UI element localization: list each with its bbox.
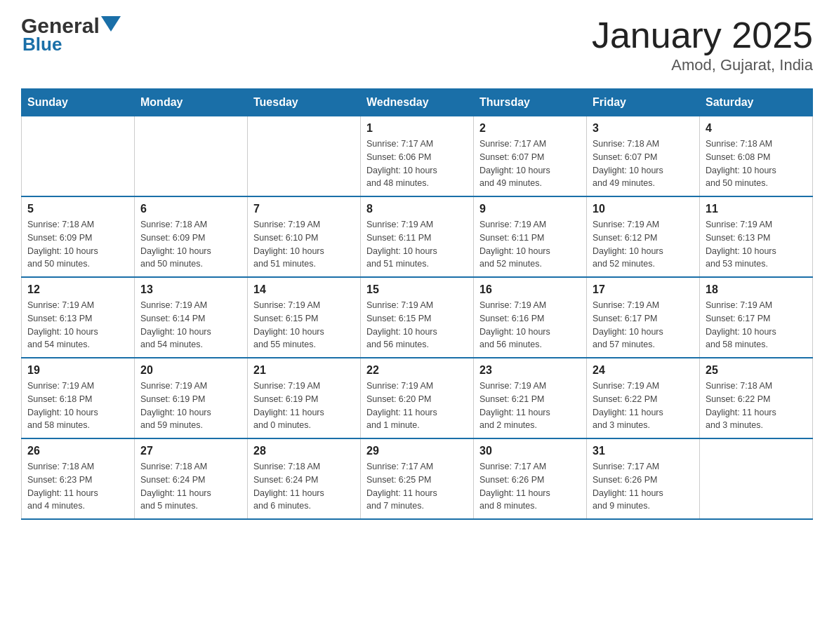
logo-triangle-icon — [101, 16, 121, 36]
day-number: 11 — [706, 203, 807, 215]
calendar-week-row: 1Sunrise: 7:17 AM Sunset: 6:06 PM Daylig… — [22, 116, 813, 197]
table-row: 21Sunrise: 7:19 AM Sunset: 6:19 PM Dayli… — [248, 358, 361, 438]
day-number: 5 — [27, 203, 128, 215]
day-info: Sunrise: 7:18 AM Sunset: 6:08 PM Dayligh… — [706, 137, 807, 190]
table-row: 10Sunrise: 7:19 AM Sunset: 6:12 PM Dayli… — [587, 196, 700, 277]
day-info: Sunrise: 7:17 AM Sunset: 6:25 PM Dayligh… — [366, 460, 468, 513]
day-number: 9 — [479, 203, 581, 215]
header-friday: Friday — [587, 89, 700, 116]
table-row: 7Sunrise: 7:19 AM Sunset: 6:10 PM Daylig… — [248, 196, 361, 277]
table-row: 22Sunrise: 7:19 AM Sunset: 6:20 PM Dayli… — [361, 358, 474, 438]
day-info: Sunrise: 7:19 AM Sunset: 6:17 PM Dayligh… — [593, 299, 694, 351]
day-info: Sunrise: 7:19 AM Sunset: 6:13 PM Dayligh… — [27, 299, 128, 351]
day-info: Sunrise: 7:17 AM Sunset: 6:26 PM Dayligh… — [593, 460, 694, 513]
day-number: 7 — [253, 203, 355, 215]
day-info: Sunrise: 7:18 AM Sunset: 6:24 PM Dayligh… — [140, 460, 241, 513]
table-row: 16Sunrise: 7:19 AM Sunset: 6:16 PM Dayli… — [474, 277, 587, 358]
day-info: Sunrise: 7:19 AM Sunset: 6:19 PM Dayligh… — [140, 380, 241, 432]
day-number: 23 — [479, 364, 581, 377]
day-info: Sunrise: 7:17 AM Sunset: 6:06 PM Dayligh… — [366, 137, 468, 190]
table-row: 12Sunrise: 7:19 AM Sunset: 6:13 PM Dayli… — [22, 277, 135, 358]
table-row: 18Sunrise: 7:19 AM Sunset: 6:17 PM Dayli… — [700, 277, 813, 358]
day-number: 6 — [140, 203, 241, 215]
day-number: 20 — [140, 364, 241, 377]
table-row: 31Sunrise: 7:17 AM Sunset: 6:26 PM Dayli… — [587, 438, 700, 519]
table-row: 29Sunrise: 7:17 AM Sunset: 6:25 PM Dayli… — [361, 438, 474, 519]
day-info: Sunrise: 7:19 AM Sunset: 6:13 PM Dayligh… — [706, 218, 807, 271]
logo: General Blue — [21, 14, 121, 55]
day-info: Sunrise: 7:19 AM Sunset: 6:11 PM Dayligh… — [366, 218, 468, 271]
day-info: Sunrise: 7:17 AM Sunset: 6:07 PM Dayligh… — [479, 137, 581, 190]
day-number: 17 — [593, 283, 694, 296]
table-row: 8Sunrise: 7:19 AM Sunset: 6:11 PM Daylig… — [361, 196, 474, 277]
day-number: 8 — [366, 203, 468, 215]
day-number: 3 — [593, 122, 694, 135]
day-number: 1 — [366, 122, 468, 135]
day-info: Sunrise: 7:17 AM Sunset: 6:26 PM Dayligh… — [479, 460, 581, 513]
table-row: 24Sunrise: 7:19 AM Sunset: 6:22 PM Dayli… — [587, 358, 700, 438]
calendar-week-row: 12Sunrise: 7:19 AM Sunset: 6:13 PM Dayli… — [22, 277, 813, 358]
table-row: 1Sunrise: 7:17 AM Sunset: 6:06 PM Daylig… — [361, 116, 474, 197]
table-row: 5Sunrise: 7:18 AM Sunset: 6:09 PM Daylig… — [22, 196, 135, 277]
table-row: 4Sunrise: 7:18 AM Sunset: 6:08 PM Daylig… — [700, 116, 813, 197]
day-number: 12 — [27, 283, 128, 296]
table-row: 6Sunrise: 7:18 AM Sunset: 6:09 PM Daylig… — [135, 196, 248, 277]
table-row: 28Sunrise: 7:18 AM Sunset: 6:24 PM Dayli… — [248, 438, 361, 519]
table-row: 13Sunrise: 7:19 AM Sunset: 6:14 PM Dayli… — [135, 277, 248, 358]
table-row: 30Sunrise: 7:17 AM Sunset: 6:26 PM Dayli… — [474, 438, 587, 519]
page-header: General Blue January 2025 Amod, Gujarat,… — [21, 14, 813, 74]
table-row: 2Sunrise: 7:17 AM Sunset: 6:07 PM Daylig… — [474, 116, 587, 197]
day-number: 30 — [479, 445, 581, 457]
header-saturday: Saturday — [700, 89, 813, 116]
table-row: 14Sunrise: 7:19 AM Sunset: 6:15 PM Dayli… — [248, 277, 361, 358]
calendar-table: Sunday Monday Tuesday Wednesday Thursday… — [21, 88, 813, 520]
day-info: Sunrise: 7:19 AM Sunset: 6:19 PM Dayligh… — [253, 380, 355, 432]
day-number: 2 — [479, 122, 581, 135]
table-row: 15Sunrise: 7:19 AM Sunset: 6:15 PM Dayli… — [361, 277, 474, 358]
day-info: Sunrise: 7:19 AM Sunset: 6:10 PM Dayligh… — [253, 218, 355, 271]
table-row: 25Sunrise: 7:18 AM Sunset: 6:22 PM Dayli… — [700, 358, 813, 438]
day-number: 31 — [593, 445, 694, 457]
page-subtitle: Amod, Gujarat, India — [592, 56, 813, 74]
day-info: Sunrise: 7:18 AM Sunset: 6:07 PM Dayligh… — [593, 137, 694, 190]
table-row: 11Sunrise: 7:19 AM Sunset: 6:13 PM Dayli… — [700, 196, 813, 277]
day-info: Sunrise: 7:18 AM Sunset: 6:22 PM Dayligh… — [706, 380, 807, 432]
day-number: 15 — [366, 283, 468, 296]
day-number: 27 — [140, 445, 241, 457]
day-info: Sunrise: 7:18 AM Sunset: 6:23 PM Dayligh… — [27, 460, 128, 513]
day-number: 19 — [27, 364, 128, 377]
day-number: 28 — [253, 445, 355, 457]
logo-blue: Blue — [22, 34, 62, 55]
day-info: Sunrise: 7:19 AM Sunset: 6:15 PM Dayligh… — [253, 299, 355, 351]
calendar-header-row: Sunday Monday Tuesday Wednesday Thursday… — [22, 89, 813, 116]
day-info: Sunrise: 7:19 AM Sunset: 6:11 PM Dayligh… — [479, 218, 581, 271]
day-number: 22 — [366, 364, 468, 377]
day-info: Sunrise: 7:18 AM Sunset: 6:09 PM Dayligh… — [140, 218, 241, 271]
day-info: Sunrise: 7:18 AM Sunset: 6:09 PM Dayligh… — [27, 218, 128, 271]
page-title: January 2025 — [592, 14, 813, 56]
day-number: 4 — [706, 122, 807, 135]
day-info: Sunrise: 7:19 AM Sunset: 6:18 PM Dayligh… — [27, 380, 128, 432]
day-info: Sunrise: 7:18 AM Sunset: 6:24 PM Dayligh… — [253, 460, 355, 513]
calendar-week-row: 19Sunrise: 7:19 AM Sunset: 6:18 PM Dayli… — [22, 358, 813, 438]
header-thursday: Thursday — [474, 89, 587, 116]
table-row — [22, 116, 135, 197]
day-info: Sunrise: 7:19 AM Sunset: 6:15 PM Dayligh… — [366, 299, 468, 351]
table-row: 9Sunrise: 7:19 AM Sunset: 6:11 PM Daylig… — [474, 196, 587, 277]
day-number: 21 — [253, 364, 355, 377]
table-row: 17Sunrise: 7:19 AM Sunset: 6:17 PM Dayli… — [587, 277, 700, 358]
day-info: Sunrise: 7:19 AM Sunset: 6:22 PM Dayligh… — [593, 380, 694, 432]
day-number: 16 — [479, 283, 581, 296]
table-row: 19Sunrise: 7:19 AM Sunset: 6:18 PM Dayli… — [22, 358, 135, 438]
svg-marker-0 — [101, 16, 121, 32]
header-monday: Monday — [135, 89, 248, 116]
table-row — [135, 116, 248, 197]
table-row: 3Sunrise: 7:18 AM Sunset: 6:07 PM Daylig… — [587, 116, 700, 197]
header-sunday: Sunday — [22, 89, 135, 116]
day-info: Sunrise: 7:19 AM Sunset: 6:16 PM Dayligh… — [479, 299, 581, 351]
table-row: 26Sunrise: 7:18 AM Sunset: 6:23 PM Dayli… — [22, 438, 135, 519]
day-number: 26 — [27, 445, 128, 457]
table-row: 23Sunrise: 7:19 AM Sunset: 6:21 PM Dayli… — [474, 358, 587, 438]
table-row: 27Sunrise: 7:18 AM Sunset: 6:24 PM Dayli… — [135, 438, 248, 519]
day-number: 24 — [593, 364, 694, 377]
